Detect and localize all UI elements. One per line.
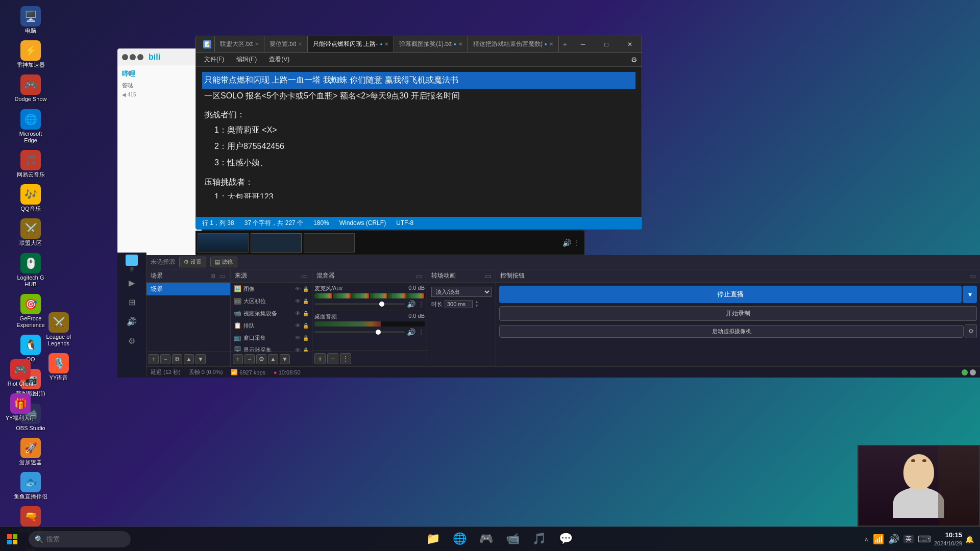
- source-item-window[interactable]: 📺 窗口采集 👁 🔒: [231, 332, 312, 344]
- source-eye-icon2[interactable]: 👁: [295, 298, 301, 304]
- virtual-cam-button[interactable]: 启动虚拟摄像机: [499, 325, 964, 338]
- time-display[interactable]: 10:15 2024/10/29: [934, 531, 962, 547]
- source-eye-icon6[interactable]: 👁: [295, 347, 301, 352]
- scene-copy-btn[interactable]: ⧉: [172, 354, 182, 364]
- volume-icon[interactable]: 🔊: [888, 534, 899, 545]
- source-lock-icon3[interactable]: 🔒: [303, 311, 309, 316]
- source-lock-icon4[interactable]: 🔒: [303, 323, 309, 329]
- source-eye-icon[interactable]: 👁: [295, 286, 301, 292]
- taskbar-search-bar[interactable]: 🔍: [29, 531, 131, 547]
- notepad-new-tab-btn[interactable]: +: [559, 36, 571, 52]
- language-indicator[interactable]: 英: [903, 535, 914, 543]
- desktop-icon-yy[interactable]: 🎙️ YY语音: [38, 351, 79, 383]
- desktop-icon-microsoft[interactable]: 🌐 Microsoft Edge: [10, 107, 51, 146]
- source-add-btn[interactable]: +: [233, 354, 243, 364]
- notepad-tab-1[interactable]: 联盟大区.txt ✕: [215, 36, 264, 52]
- scene-up-btn[interactable]: ▲: [184, 354, 194, 364]
- filters-button[interactable]: ▤ 滤镜: [210, 257, 237, 267]
- taskbar-app-chat[interactable]: 💬: [553, 527, 578, 552]
- notepad-tab-2-close[interactable]: ✕: [298, 41, 302, 47]
- scene-down-btn[interactable]: ▼: [195, 354, 206, 364]
- notepad-minimize-btn[interactable]: ─: [571, 36, 595, 53]
- start-record-button[interactable]: 开始录制: [499, 306, 977, 321]
- scene-collapse-icon[interactable]: ▭: [218, 272, 226, 280]
- mixer-mic-more-icon[interactable]: ⋮: [418, 300, 425, 308]
- source-remove-btn[interactable]: −: [244, 354, 255, 364]
- bili-sidebar-item1[interactable]: 答哒: [122, 81, 197, 91]
- desktop-icon-logitech[interactable]: 🖱️ Logitech G HUB: [10, 251, 51, 290]
- obs-nav-icon-audio[interactable]: 🔊: [122, 313, 141, 331]
- virtual-cam-settings-btn[interactable]: ⚙: [965, 324, 977, 338]
- notepad-tab-2[interactable]: 要位置.txt ✕: [264, 36, 308, 52]
- ime-icon[interactable]: ⌨: [918, 534, 931, 545]
- desktop-icon-lianmeng[interactable]: ⚔️ 联盟大区: [10, 216, 51, 248]
- obs-nav-icon-layout[interactable]: ⊞: [122, 293, 141, 312]
- scene-add-btn[interactable]: +: [149, 354, 159, 364]
- tray-expand-icon[interactable]: ∧: [864, 536, 869, 543]
- duration-down-arrow[interactable]: ▼: [475, 304, 479, 308]
- desktop-icon-dodge[interactable]: 🎮 Dodge Show: [10, 72, 51, 105]
- notepad-content[interactable]: 只能带点燃和闪现 上路一血一塔 我蜘蛛 你们随意 赢我得飞机或魔法书 一区SOL…: [196, 67, 642, 198]
- notepad-menu-view[interactable]: 查看(V): [265, 54, 293, 65]
- desktop-icon-lol[interactable]: ⚔️ League of Legends: [38, 310, 79, 349]
- thumb-audio-icon[interactable]: 🔊: [562, 239, 571, 247]
- notepad-settings-icon[interactable]: ⚙: [631, 56, 638, 64]
- window-reload-btn[interactable]: [137, 54, 143, 60]
- desktop-icon-thunder[interactable]: ⚡ 雷神加速器: [10, 38, 51, 70]
- duration-input[interactable]: [445, 300, 473, 308]
- desktop-icon-riot[interactable]: 🎮 Riot Client: [0, 357, 41, 389]
- taskbar-app-lol-task[interactable]: 🎮: [474, 527, 498, 552]
- mixer-mic-mute-icon[interactable]: 🔊: [407, 300, 415, 308]
- source-lock-icon6[interactable]: 🔒: [303, 347, 309, 352]
- window-forward-btn[interactable]: [130, 54, 136, 60]
- mixer-more-btn[interactable]: ⋮: [340, 353, 351, 364]
- desktop-icon-wangyiyun[interactable]: 🎵 网易云音乐: [10, 148, 51, 180]
- desktop-icon-yyfuli[interactable]: 🎁 YY福利大厅: [0, 391, 41, 423]
- control-collapse-icon[interactable]: ▭: [969, 272, 976, 280]
- source-lock-icon2[interactable]: 🔒: [303, 298, 309, 304]
- source-eye-icon5[interactable]: 👁: [295, 335, 301, 341]
- window-back-btn[interactable]: [122, 54, 128, 60]
- taskbar-app-obs-task[interactable]: 📹: [500, 527, 525, 552]
- go-live-button[interactable]: 停止直播: [499, 286, 962, 303]
- scene-remove-btn[interactable]: −: [160, 354, 170, 364]
- source-down-btn[interactable]: ▼: [280, 354, 290, 364]
- obs-nav-icon-media[interactable]: ▶: [122, 274, 141, 292]
- mixer-mic-slider[interactable]: [314, 303, 405, 305]
- mixer-desktop-more-icon[interactable]: ⋮: [418, 328, 425, 336]
- thumb-1[interactable]: [198, 233, 249, 253]
- notepad-tab-3-close[interactable]: ✕: [384, 41, 388, 47]
- source-lock-icon5[interactable]: 🔒: [303, 335, 309, 341]
- thumb-3[interactable]: [304, 233, 355, 253]
- thumb-2[interactable]: [251, 233, 302, 253]
- settings-button[interactable]: ⚙ 设置: [179, 257, 206, 267]
- source-item-image[interactable]: 🖼️ 图像 👁 🔒: [231, 283, 312, 295]
- desktop-icon-qqmusic[interactable]: 🎶 QQ音乐: [10, 182, 51, 214]
- mixer-remove-btn[interactable]: −: [327, 353, 338, 364]
- notepad-maximize-btn[interactable]: □: [595, 36, 618, 53]
- source-eye-icon4[interactable]: 👁: [295, 322, 301, 329]
- source-item-video[interactable]: 📹 视频采集设备 👁 🔒: [231, 307, 312, 319]
- network-icon[interactable]: 📶: [873, 534, 884, 545]
- scene-filter-icon[interactable]: ⊞: [209, 272, 217, 280]
- source-collapse-icon[interactable]: ▭: [301, 272, 308, 280]
- transition-type-select[interactable]: 淡入/淡出: [431, 287, 492, 297]
- desktop-icon-yuyou[interactable]: 🐟 鱼鱼直播伴侣: [10, 470, 51, 502]
- source-up-btn[interactable]: ▲: [268, 354, 278, 364]
- desktop-icon-diandao[interactable]: 🖥️ 电脑: [10, 4, 51, 36]
- taskbar-app-edge[interactable]: 🌐: [447, 527, 472, 552]
- start-button[interactable]: [0, 527, 24, 552]
- desktop-icon-accelerator[interactable]: 🚀 游加速器: [10, 436, 51, 468]
- notepad-close-btn[interactable]: ✕: [618, 36, 642, 53]
- source-item-queue[interactable]: 📋 排队 👁 🔒: [231, 319, 312, 332]
- search-input[interactable]: [46, 535, 123, 543]
- notepad-tab-1-close[interactable]: ✕: [255, 41, 259, 47]
- notepad-tab-4-close[interactable]: ✕: [458, 41, 462, 47]
- taskbar-app-music[interactable]: 🎵: [527, 527, 551, 552]
- notepad-tab-3[interactable]: 只能带点燃和闪现 上路- ● ✕: [308, 36, 394, 52]
- notepad-menu-edit[interactable]: 编辑(E): [232, 54, 261, 65]
- transition-collapse-icon[interactable]: ▭: [485, 272, 492, 280]
- mixer-add-btn[interactable]: +: [314, 353, 326, 364]
- go-live-dropdown-btn[interactable]: ▾: [963, 286, 977, 303]
- source-lock-icon[interactable]: 🔒: [303, 286, 309, 292]
